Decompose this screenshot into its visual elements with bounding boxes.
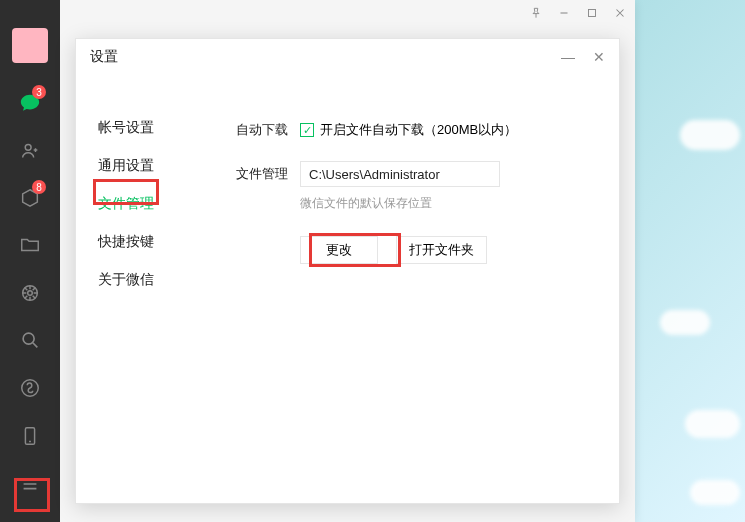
- minimize-icon[interactable]: [557, 6, 571, 20]
- cloud-decoration: [690, 480, 740, 505]
- settings-window: 设置 — ✕ 帐号设置 通用设置 文件管理 快捷按键 关于微信 自动下载 ✓ 开…: [75, 38, 620, 504]
- auto-download-label: 自动下载: [236, 117, 300, 139]
- chat-icon[interactable]: 3: [10, 83, 50, 122]
- open-folder-button[interactable]: 打开文件夹: [396, 236, 487, 264]
- auto-download-text: 开启文件自动下载（200MB以内）: [320, 121, 517, 139]
- contacts-icon[interactable]: [10, 131, 50, 170]
- miniprogram-icon[interactable]: [10, 368, 50, 408]
- main-titlebar: [60, 0, 635, 26]
- file-path-value: C:\Users\Administrator: [309, 167, 440, 182]
- cloud-decoration: [680, 120, 740, 150]
- svg-rect-6: [589, 10, 596, 17]
- pin-icon[interactable]: [529, 6, 543, 20]
- search-icon[interactable]: [10, 321, 50, 360]
- nav-general[interactable]: 通用设置: [98, 155, 180, 177]
- file-path-input[interactable]: C:\Users\Administrator: [300, 161, 500, 187]
- files-icon[interactable]: [10, 226, 50, 265]
- auto-download-checkbox[interactable]: ✓: [300, 123, 314, 137]
- settings-close-icon[interactable]: ✕: [593, 49, 605, 65]
- moments-icon[interactable]: [10, 273, 50, 312]
- nav-shortcuts[interactable]: 快捷按键: [98, 231, 180, 253]
- cloud-decoration: [685, 410, 740, 438]
- annotation-highlight-menu: [14, 478, 50, 512]
- avatar[interactable]: [12, 28, 48, 63]
- collections-icon[interactable]: 8: [10, 178, 50, 217]
- svg-point-2: [28, 291, 33, 296]
- annotation-highlight-nav: [93, 179, 159, 205]
- settings-titlebar: 设置 — ✕: [76, 39, 619, 75]
- cloud-decoration: [660, 310, 710, 335]
- file-mgmt-label: 文件管理: [236, 161, 300, 183]
- settings-title: 设置: [90, 48, 118, 66]
- nav-about[interactable]: 关于微信: [98, 269, 180, 291]
- close-icon[interactable]: [613, 6, 627, 20]
- file-path-hint: 微信文件的默认保存位置: [300, 195, 599, 212]
- nav-account[interactable]: 帐号设置: [98, 117, 180, 139]
- annotation-highlight-button: [309, 233, 401, 267]
- sidebar: 3 8: [0, 0, 60, 522]
- svg-point-3: [23, 333, 34, 344]
- chat-badge: 3: [32, 85, 46, 99]
- svg-point-0: [25, 144, 31, 150]
- phone-icon[interactable]: [10, 416, 50, 456]
- collections-badge: 8: [32, 180, 46, 194]
- maximize-icon[interactable]: [585, 6, 599, 20]
- settings-minimize-icon[interactable]: —: [561, 49, 575, 65]
